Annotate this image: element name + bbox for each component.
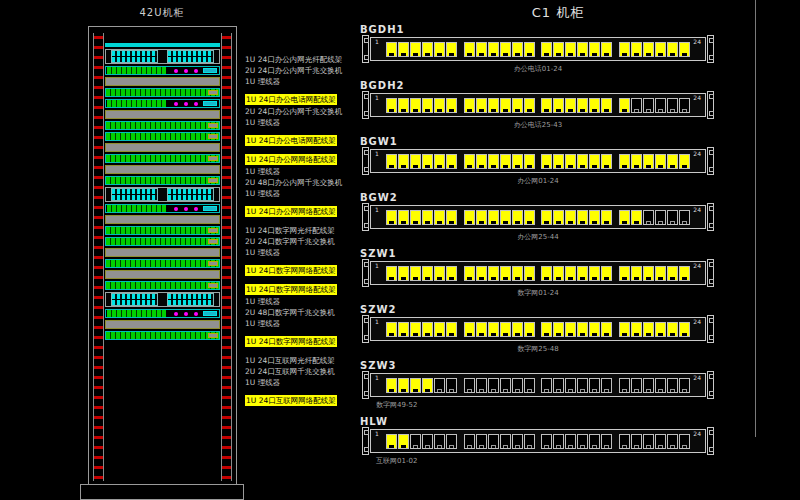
- rj45-port-used: [410, 42, 421, 57]
- rj45-port-used: [541, 266, 552, 281]
- rj45-port-empty: [679, 378, 690, 393]
- rj45-port-empty: [541, 434, 552, 449]
- rj45-port-used: [643, 266, 654, 281]
- rack-unit-patch: [105, 176, 220, 185]
- port-group: [386, 154, 457, 169]
- rj45-port-used: [655, 322, 666, 337]
- rj45-port-empty: [500, 378, 511, 393]
- rj45-port-empty: [577, 378, 588, 393]
- port-group: [386, 266, 457, 281]
- legend-item: 2U 24口办公内网千兆交换机: [245, 65, 363, 76]
- rj45-port-used: [541, 154, 552, 169]
- legend-item: 1U 24口办公内网光纤配线架: [245, 54, 363, 65]
- patch-panel: 124: [370, 429, 706, 453]
- port-group: [541, 378, 612, 393]
- rj45-port-used: [476, 42, 487, 57]
- rj45-port-used: [488, 98, 499, 113]
- rj45-port-empty: [679, 434, 690, 449]
- rj45-port-used: [512, 266, 523, 281]
- port-group: [464, 322, 535, 337]
- rack-unit-blank: [105, 165, 220, 174]
- legend-item: 1U 理线器: [245, 188, 363, 199]
- port-group: [619, 154, 690, 169]
- rj45-port-empty: [679, 98, 690, 113]
- rj45-port-empty: [631, 98, 642, 113]
- port-number-last: 24: [693, 374, 701, 381]
- rj45-port-used: [386, 154, 397, 169]
- rj45-port-used: [488, 266, 499, 281]
- port-group: [386, 378, 457, 393]
- rj45-port-used: [464, 42, 475, 57]
- patch-panel: 124: [370, 205, 706, 229]
- rj45-port-used: [476, 266, 487, 281]
- rj45-port-empty: [667, 98, 678, 113]
- rj45-port-used: [631, 154, 642, 169]
- rj45-port-used: [434, 210, 445, 225]
- rj45-port-used: [476, 210, 487, 225]
- rj45-port-used: [422, 266, 433, 281]
- rj45-port-empty: [679, 210, 690, 225]
- rj45-port-used: [398, 434, 409, 449]
- rj45-port-used: [386, 434, 397, 449]
- rj45-port-used: [434, 42, 445, 57]
- panel-section-hlw: HLW124互联网01-02: [360, 416, 716, 466]
- port-number-last: 24: [693, 150, 701, 157]
- rack-unit-fiber: [105, 66, 220, 75]
- port-group: [464, 378, 535, 393]
- rj45-port-used: [643, 42, 654, 57]
- rj45-port-used: [577, 42, 588, 57]
- rj45-port-used: [524, 42, 535, 57]
- legend-item: 2U 48口数字网千兆交换机: [245, 307, 363, 318]
- patch-panel: 124: [370, 373, 706, 397]
- rj45-port-used: [541, 322, 552, 337]
- rj45-port-used: [500, 210, 511, 225]
- panel-mount-ear: [707, 315, 714, 343]
- rj45-port-empty: [446, 378, 457, 393]
- rj45-port-empty: [553, 434, 564, 449]
- rack-unit-fiber: [105, 99, 220, 108]
- rack-rail-right: [221, 33, 232, 481]
- rj45-port-used: [410, 266, 421, 281]
- rj45-port-used: [565, 42, 576, 57]
- rj45-port-used: [512, 42, 523, 57]
- rj45-port-used: [643, 154, 654, 169]
- rack-legend: 1U 24口办公内网光纤配线架2U 24口办公内网千兆交换机1U 理线器1U 2…: [245, 54, 363, 407]
- legend-item: 2U 24口互联网千兆交换机: [245, 366, 363, 377]
- panel-section-bgw2: BGW2124办公网25-44: [360, 192, 716, 242]
- rj45-port-used: [410, 378, 421, 393]
- port-group: [464, 154, 535, 169]
- port-number-last: 24: [693, 262, 701, 269]
- rj45-port-used: [619, 210, 630, 225]
- rj45-port-used: [464, 98, 475, 113]
- rj45-port-used: [410, 210, 421, 225]
- port-group: [541, 266, 612, 281]
- rj45-port-used: [541, 210, 552, 225]
- legend-item-highlighted: 1U 24口数字网网络配线架: [245, 336, 337, 347]
- rj45-port-used: [386, 98, 397, 113]
- rj45-port-used: [667, 266, 678, 281]
- rj45-port-used: [464, 210, 475, 225]
- panel-caption: 办公网25-44: [360, 232, 716, 242]
- rj45-port-used: [553, 210, 564, 225]
- panel-section-bgw1: BGW1124办公网01-24: [360, 136, 716, 186]
- rj45-port-used: [488, 154, 499, 169]
- rj45-port-used: [565, 322, 576, 337]
- rj45-port-used: [679, 42, 690, 57]
- panel-label: BGW1: [360, 136, 716, 149]
- port-group: [464, 98, 535, 113]
- rack-unit-fiber: [105, 309, 220, 318]
- rj45-port-empty: [524, 378, 535, 393]
- rj45-port-empty: [541, 378, 552, 393]
- rj45-port-used: [464, 322, 475, 337]
- rj45-port-used: [565, 154, 576, 169]
- rj45-port-used: [398, 42, 409, 57]
- legend-item: 1U 24口互联网光纤配线架: [245, 355, 363, 366]
- rj45-port-used: [512, 210, 523, 225]
- port-number-last: 24: [693, 430, 701, 437]
- rj45-port-used: [398, 378, 409, 393]
- rj45-port-used: [601, 42, 612, 57]
- port-group: [619, 210, 690, 225]
- panel-label: BGW2: [360, 192, 716, 205]
- rj45-port-used: [541, 98, 552, 113]
- rack-unit-blank: [105, 110, 220, 119]
